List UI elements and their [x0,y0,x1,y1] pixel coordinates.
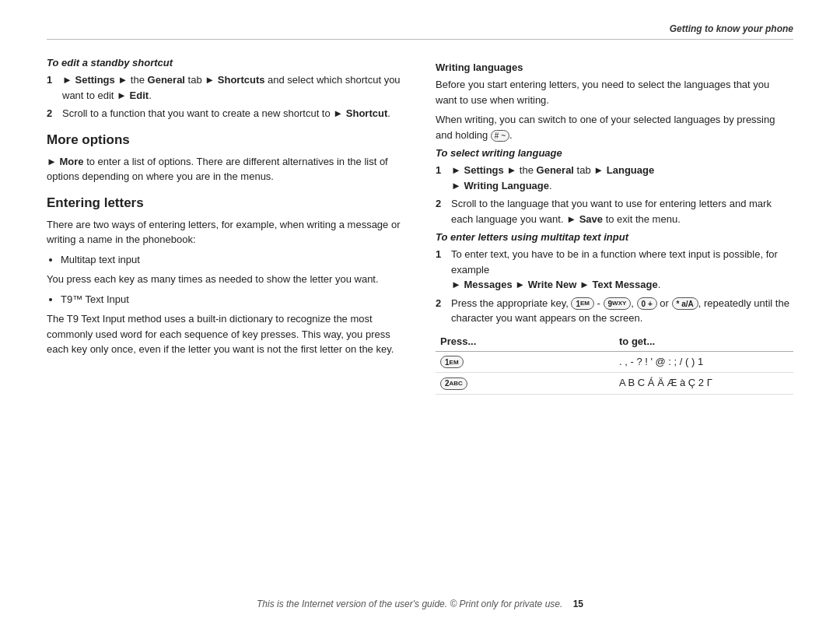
step-item: 2 Scroll to the language that you want t… [436,196,793,226]
step-number: 2 [436,296,446,326]
step-number: 1 [47,72,58,103]
multitap-input-title: To enter letters using multitap text inp… [436,231,793,243]
step-text: Press the appropriate key, 1 EM - 9 WXY,… [451,296,793,326]
table-cell-key: 2 ABC [436,375,614,392]
more-options-title: More options [47,132,404,148]
key-star: * a/A [672,297,698,310]
step-text: Scroll to the language that you want to … [451,196,793,226]
header-title: Getting to know your phone [670,23,793,34]
more-options-body: ► More to enter a list of options. There… [47,154,404,184]
entering-letters-section: Entering letters There are two ways of e… [47,195,404,357]
select-language-steps: 1 ► Settings ► the General tab ► Languag… [436,163,793,226]
step-text: Scroll to a function that you want to cr… [62,106,404,121]
key-1: 1 EM [571,297,594,310]
text-message-link[interactable]: Text Message [592,279,657,290]
page-number: 15 [573,599,583,609]
table-cell-key: 1 EM [436,354,614,370]
table-col-get: to get... [614,334,793,349]
table-cell-chars: A B C Á Ä Æ à Ç 2 Γ [614,375,793,392]
step-text: ► Settings ► the General tab ► Language►… [451,163,793,193]
page: Getting to know your phone To edit a sta… [0,0,840,625]
select-writing-language-title: To select writing language [436,147,793,159]
write-new-link[interactable]: Write New [528,279,577,290]
table-row: 1 EM . , - ? ! ' @ : ; / ( ) 1 [436,352,793,374]
key-0: 0 + [637,297,657,310]
main-content: To edit a standby shortcut 1 ► Settings … [47,54,793,395]
general-link2[interactable]: General [537,164,574,176]
bullet-item: Multitap text input [61,252,404,268]
writing-languages-section: Writing languages Before you start enter… [436,61,793,142]
table-key-2: 2 ABC [440,377,467,390]
right-column: Writing languages Before you start enter… [436,54,793,395]
step-item: 2 Scroll to a function that you want to … [47,106,404,121]
left-column: To edit a standby shortcut 1 ► Settings … [47,54,404,395]
step-text: To enter text, you have to be in a funct… [451,247,793,293]
table-cell-chars: . , - ? ! ' @ : ; / ( ) 1 [614,354,793,370]
step-item: 2 Press the appropriate key, 1 EM - 9 WX… [436,296,793,326]
step-number: 2 [47,106,58,121]
shortcut-link[interactable]: Shortcut [346,107,387,119]
save-link[interactable]: Save [579,213,603,225]
footer: This is the Internet version of the user… [0,599,840,609]
messages-link[interactable]: Messages [464,279,512,290]
bullet-item: T9™ Text Input [61,292,404,307]
more-link[interactable]: More [59,156,83,167]
writing-languages-para1: Before you start entering letters, you n… [436,77,793,107]
edit-link[interactable]: Edit [130,90,149,101]
language-link[interactable]: Language [607,164,654,176]
entering-letters-title: Entering letters [47,195,404,211]
step-number: 1 [436,163,446,193]
key-9: 9 WXY [604,297,632,310]
multitap-para: You press each key as many times as need… [47,272,404,287]
t9-bullet: T9™ Text Input [47,292,404,307]
standby-shortcut-title: To edit a standby shortcut [47,57,404,68]
hash-key: # ~ [491,130,509,142]
settings-link2[interactable]: Settings [464,164,503,176]
select-writing-language-section: To select writing language 1 ► Settings … [436,147,793,226]
step-number: 1 [436,247,446,293]
footer-text: This is the Internet version of the user… [257,599,562,609]
general-link[interactable]: General [148,74,185,86]
step-item: 1 To enter text, you have to be in a fun… [436,247,793,293]
page-header: Getting to know your phone [47,23,793,40]
key-table: Press... to get... 1 EM . , - ? ! ' @ : … [436,334,793,395]
t9-para: The T9 Text Input method uses a built-in… [47,311,404,357]
shortcuts-link[interactable]: Shortcuts [218,74,265,86]
table-row: 2 ABC A B C Á Ä Æ à Ç 2 Γ [436,373,793,395]
step-text: ► Settings ► the General tab ► Shortcuts… [62,72,404,103]
multitap-input-section: To enter letters using multitap text inp… [436,231,793,326]
multitap-steps: 1 To enter text, you have to be in a fun… [436,247,793,326]
table-key-1: 1 EM [440,356,464,368]
writing-language-link[interactable]: Writing Language [464,180,549,191]
table-col-press: Press... [436,334,614,349]
step-item: 1 ► Settings ► the General tab ► Shortcu… [47,72,404,103]
step-item: 1 ► Settings ► the General tab ► Languag… [436,163,793,193]
table-header: Press... to get... [436,334,793,352]
entering-letters-intro: There are two ways of entering letters, … [47,217,404,248]
standby-shortcut-section: To edit a standby shortcut 1 ► Settings … [47,57,404,121]
standby-shortcut-steps: 1 ► Settings ► the General tab ► Shortcu… [47,72,404,121]
writing-languages-title: Writing languages [436,61,793,73]
multitap-bullet: Multitap text input [47,252,404,268]
more-options-section: More options ► More to enter a list of o… [47,132,404,184]
settings-link[interactable]: Settings [75,74,114,86]
writing-languages-para2: When writing, you can switch to one of y… [436,112,793,142]
step-number: 2 [436,196,446,226]
